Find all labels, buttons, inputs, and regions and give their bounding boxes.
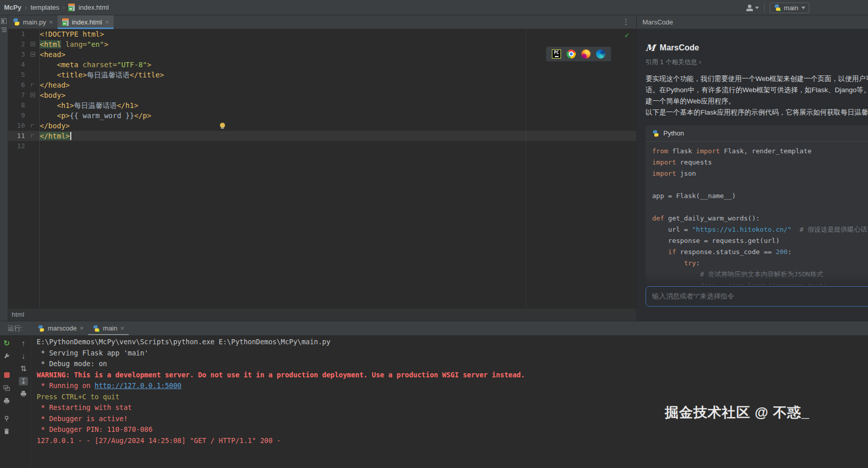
editor-line[interactable]: 2<html lang="en"> xyxy=(8,39,636,49)
next-occurrence-button[interactable]: ↓ xyxy=(19,351,28,360)
show-options-button[interactable] xyxy=(2,396,11,405)
console-line: * Debug mode: on xyxy=(37,359,868,370)
clear-console-button[interactable] xyxy=(2,427,11,436)
pycharm-preview-icon[interactable]: PC xyxy=(552,49,561,59)
editor-line[interactable]: 10</body> xyxy=(8,121,636,131)
chat-input[interactable]: 输入消息或者“/”来选择指令 xyxy=(646,286,868,307)
code-segment: import xyxy=(652,170,676,177)
code-segment: flask xyxy=(668,147,696,155)
console-line: * Serving Flask app 'main' xyxy=(37,348,868,359)
tab-label: main xyxy=(103,324,117,332)
fold-gutter xyxy=(27,29,39,39)
rerun-button[interactable]: ↻ xyxy=(2,338,11,347)
breadcrumb-file[interactable]: index.html xyxy=(78,4,108,11)
structure-tool-window-icon[interactable] xyxy=(1,27,7,33)
marscode-panel-header[interactable]: MarsCode xyxy=(637,15,868,29)
divider xyxy=(764,3,765,12)
editor-line[interactable]: 7<body> xyxy=(8,90,636,100)
tab-options-kebab-icon[interactable]: ⋮ xyxy=(615,15,636,29)
code-segment: * Debugger PIN: 110-870-086 xyxy=(37,425,153,433)
breadcrumb-folder[interactable]: templates xyxy=(31,4,59,11)
scroll-to-end-button[interactable]: ↧ xyxy=(19,376,28,386)
editor-breadcrumb-bar[interactable]: html xyxy=(8,308,636,321)
close-icon[interactable]: × xyxy=(105,18,109,26)
editor-line[interactable]: 5 <title>每日温馨话语</title> xyxy=(8,70,636,80)
marscode-panel: MarsCode M MarsCode 引用 1 个相关信息 › 要实现这个功能… xyxy=(636,15,868,321)
code-editor[interactable]: 1<!DOCTYPE html>2<html lang="en">3<head>… xyxy=(8,29,636,308)
fold-marker-icon[interactable] xyxy=(27,80,39,90)
editor-line[interactable]: 12 xyxy=(8,141,636,151)
tab-main-py[interactable]: main.py × xyxy=(8,15,58,29)
prev-occurrence-button[interactable]: ↑ xyxy=(19,338,28,347)
console-output[interactable]: E:\PythonDemos\McPy\venv\Scripts\python.… xyxy=(37,336,868,468)
close-icon[interactable]: × xyxy=(80,324,84,332)
editor-line[interactable]: 1<!DOCTYPE html> xyxy=(8,29,636,39)
code-segment xyxy=(792,226,800,233)
firefox-icon[interactable] xyxy=(581,49,591,59)
code-segment: * Serving Flask app 'main' xyxy=(37,349,148,357)
close-icon[interactable]: × xyxy=(120,324,124,332)
marscode-chat-area[interactable]: M MarsCode 引用 1 个相关信息 › 要实现这个功能，我们需要使用一个… xyxy=(637,29,868,286)
code-segment: from xyxy=(652,147,668,155)
code-segment: app = Flask(__name__) xyxy=(652,192,736,200)
fold-gutter xyxy=(27,111,39,121)
pin-tab-button[interactable] xyxy=(2,414,11,423)
editor-line[interactable]: 9 <p>{{ warm_word }}</p> xyxy=(8,111,636,121)
running-dot xyxy=(97,329,100,332)
soft-wrap-button[interactable]: ⇅ xyxy=(19,364,28,373)
code-text: </head> xyxy=(39,80,70,90)
console-link[interactable]: http://127.0.0.1:5000 xyxy=(95,381,182,390)
code-segment: Press CTRL+C to quit xyxy=(37,393,120,401)
restore-layout-button[interactable] xyxy=(2,383,11,393)
code-segment: {{ warm_word }} xyxy=(70,112,134,120)
editor-line[interactable]: 3<head> xyxy=(8,49,636,60)
code-with-me-button[interactable] xyxy=(746,5,759,11)
code-text: </html> xyxy=(39,131,71,141)
left-tool-stripe xyxy=(0,15,8,321)
print-button[interactable] xyxy=(19,389,28,398)
inspections-ok-icon[interactable]: ✓ xyxy=(625,31,629,40)
marscode-logo-icon: M xyxy=(645,44,656,52)
modify-run-config-button[interactable] xyxy=(2,351,11,361)
chrome-icon[interactable] xyxy=(567,49,576,59)
snippet-code-line xyxy=(652,179,868,190)
fold-marker-icon[interactable] xyxy=(27,39,39,49)
code-segment: import xyxy=(696,147,720,155)
run-configuration-selector[interactable]: main xyxy=(770,3,809,13)
snippet-code-line: if response.status_code == 200: xyxy=(652,246,868,258)
intention-lightbulb-icon[interactable] xyxy=(220,123,225,128)
pycharm-window: McPy › templates › index.html main xyxy=(0,0,868,468)
edge-icon[interactable] xyxy=(596,49,605,59)
reference-link[interactable]: 引用 1 个相关信息 › xyxy=(646,58,868,67)
project-tool-window-icon[interactable] xyxy=(1,18,7,24)
panel-title: MarsCode xyxy=(642,18,673,26)
console-line: 127.0.0.1 - - [27/Aug/2024 14:25:08] "GE… xyxy=(37,435,868,447)
breadcrumb-project[interactable]: McPy xyxy=(4,4,21,11)
editor-line[interactable]: 6</head> xyxy=(8,80,636,90)
code-segment: : xyxy=(788,248,792,256)
breadcrumb-html-tag[interactable]: html xyxy=(12,311,24,318)
fold-marker-icon[interactable] xyxy=(27,131,39,141)
run-tab-marscode[interactable]: marscode × xyxy=(33,321,89,335)
code-segment: E:\PythonDemos\McPy\venv\Scripts\python.… xyxy=(37,338,330,346)
close-icon[interactable]: × xyxy=(49,18,53,26)
code-segment: response = requests.get(url) xyxy=(652,237,779,244)
snippet-code-line: import json xyxy=(652,168,868,179)
editor-line[interactable]: 4 <meta charset="UTF-8"> xyxy=(8,60,636,70)
fold-marker-icon[interactable] xyxy=(27,49,39,60)
code-segment: "en" xyxy=(87,40,104,48)
code-text: <html lang="en"> xyxy=(39,39,108,49)
fold-marker-icon[interactable] xyxy=(27,121,39,131)
code-text xyxy=(39,141,40,151)
line-number: 5 xyxy=(8,70,27,80)
code-segment: </html> xyxy=(40,132,70,140)
code-segment: requests xyxy=(676,158,712,166)
line-number: 4 xyxy=(8,60,27,70)
fold-marker-icon[interactable] xyxy=(27,90,39,100)
editor-line[interactable]: 11</html> xyxy=(8,131,636,141)
stop-button[interactable] xyxy=(2,370,11,379)
tab-index-html[interactable]: index.html × xyxy=(58,15,114,29)
code-segment: def xyxy=(652,214,668,222)
run-tab-main[interactable]: main × xyxy=(88,321,129,335)
editor-line[interactable]: 8 <h1>每日温馨话语</h1> xyxy=(8,100,636,111)
